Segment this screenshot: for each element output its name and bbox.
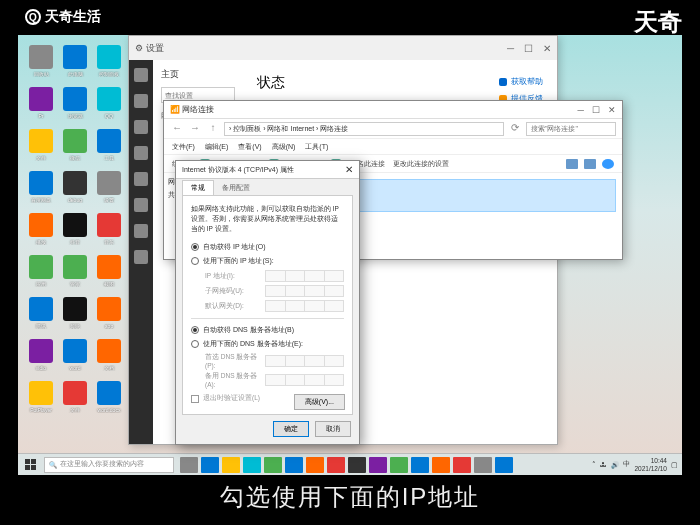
menu-item[interactable]: 文件(F)	[172, 142, 195, 152]
desktop-icon[interactable]: Pr	[26, 87, 56, 125]
rail-icon[interactable]	[134, 120, 148, 134]
desktop-icon[interactable]: 腾讯	[26, 297, 56, 335]
cancel-button[interactable]: 取消	[315, 421, 351, 437]
taskbar: 🔍 在这里输入你要搜索的内容	[18, 453, 682, 475]
taskbar-app-icon[interactable]	[327, 457, 345, 473]
close-icon[interactable]: ✕	[543, 43, 551, 54]
taskbar-app-icon[interactable]	[411, 457, 429, 473]
menu-item[interactable]: 工具(T)	[305, 142, 328, 152]
desktop-icon[interactable]: 抖音	[60, 213, 90, 251]
desktop-icon[interactable]: 控制面板	[94, 45, 124, 83]
rail-icon[interactable]	[134, 68, 148, 82]
refresh-icon[interactable]: ⟳	[508, 122, 522, 136]
ok-button[interactable]: 确定	[273, 421, 309, 437]
desktop-icon[interactable]: vidio	[26, 339, 56, 377]
rail-icon[interactable]	[134, 94, 148, 108]
desktop-icon[interactable]: 浏览器	[60, 87, 90, 125]
icon-label: 管家	[60, 281, 90, 287]
taskbar-app-icon[interactable]	[453, 457, 471, 473]
taskbar-app-icon[interactable]	[390, 457, 408, 473]
tab-alternate[interactable]: 备用配置	[214, 181, 258, 195]
taskbar-search-input[interactable]: 🔍 在这里输入你要搜索的内容	[44, 457, 174, 473]
desktop-icon[interactable]: 应用	[26, 255, 56, 293]
taskbar-app-icon[interactable]	[306, 457, 324, 473]
manual-dns-radio[interactable]: 使用下面的 DNS 服务器地址(E):	[191, 339, 344, 349]
close-icon[interactable]: ✕	[608, 105, 616, 115]
rail-icon[interactable]	[134, 250, 148, 264]
taskbar-clock[interactable]: 10:44 2021/12/10	[634, 457, 667, 473]
menu-item[interactable]: 高级(N)	[272, 142, 296, 152]
taskbar-app-icon[interactable]	[243, 457, 261, 473]
taskbar-app-icon[interactable]	[369, 457, 387, 473]
close-icon[interactable]: ✕	[345, 164, 353, 175]
taskbar-app-icon[interactable]	[495, 457, 513, 473]
gateway-label: 默认网关(D):	[205, 302, 259, 311]
svg-rect-0	[25, 459, 30, 464]
icon-label: vidio	[26, 365, 56, 371]
change-settings-button[interactable]: 更改此连接的设置	[393, 159, 449, 169]
desktop-icon[interactable]: 截图	[94, 255, 124, 293]
taskbar-app-icon[interactable]	[264, 457, 282, 473]
desktop-icon[interactable]: 播放	[26, 213, 56, 251]
desktop-icon[interactable]: debug	[60, 171, 90, 209]
desktop-icon[interactable]: 百度网盘	[26, 171, 56, 209]
desktop-icon[interactable]: 工具	[94, 129, 124, 167]
ip-address-input	[265, 270, 344, 282]
desktop-icon[interactable]: word	[60, 339, 90, 377]
taskbar-app-icon[interactable]	[285, 457, 303, 473]
desktop-icon[interactable]: QQ	[94, 87, 124, 125]
desktop-icon[interactable]: 文档	[94, 339, 124, 377]
desktop-icon[interactable]: app	[94, 297, 124, 335]
desktop-icon[interactable]: 剪映	[60, 297, 90, 335]
desktop-icon[interactable]: 文件	[60, 381, 90, 419]
minimize-icon[interactable]: ─	[578, 105, 584, 115]
help-icon[interactable]	[602, 159, 614, 169]
menu-item[interactable]: 编辑(E)	[205, 142, 228, 152]
back-icon[interactable]: ←	[170, 122, 184, 136]
app-icon	[97, 255, 121, 279]
rail-icon[interactable]	[134, 146, 148, 160]
up-icon[interactable]: ↑	[206, 122, 220, 136]
maximize-icon[interactable]: ☐	[592, 105, 600, 115]
task-view-icon[interactable]	[180, 457, 198, 473]
explorer-search-input[interactable]	[526, 122, 616, 136]
maximize-icon[interactable]: ☐	[524, 43, 533, 54]
advanced-button[interactable]: 高级(V)...	[294, 394, 345, 410]
taskbar-app-icon[interactable]	[222, 457, 240, 473]
rail-icon[interactable]	[134, 172, 148, 186]
auto-dns-radio[interactable]: 自动获得 DNS 服务器地址(B)	[191, 325, 344, 335]
desktop[interactable]: 回收站此电脑控制面板EdgePr浏览器QQ应用文件微信工具图片百度网盘debug…	[18, 35, 682, 475]
taskbar-app-icon[interactable]	[348, 457, 366, 473]
minimize-icon[interactable]: ─	[507, 43, 514, 54]
address-bar[interactable]: › 控制面板 › 网络和 Internet › 网络连接	[224, 122, 504, 136]
rail-icon[interactable]	[134, 198, 148, 212]
start-button[interactable]	[22, 457, 40, 473]
nav-home[interactable]: 主页	[161, 68, 235, 81]
tray-chevron-icon[interactable]: ˄	[592, 461, 596, 469]
view-icon[interactable]	[566, 159, 578, 169]
desktop-icon[interactable]: 设置	[94, 171, 124, 209]
tray-volume-icon[interactable]: 🔊	[611, 461, 619, 469]
manual-ip-radio[interactable]: 使用下面的 IP 地址(S):	[191, 256, 344, 266]
forward-icon[interactable]: →	[188, 122, 202, 136]
desktop-icon[interactable]: 管家	[60, 255, 90, 293]
notification-icon[interactable]: ▢	[671, 461, 678, 469]
desktop-icon[interactable]: PotPlayer	[26, 381, 56, 419]
taskbar-app-icon[interactable]	[474, 457, 492, 473]
desktop-icon[interactable]: 此电脑	[60, 45, 90, 83]
taskbar-app-icon[interactable]	[432, 457, 450, 473]
desktop-icon[interactable]: word.docx	[94, 381, 124, 419]
taskbar-app-icon[interactable]	[201, 457, 219, 473]
desktop-icon[interactable]: 回收站	[26, 45, 56, 83]
auto-ip-radio[interactable]: 自动获得 IP 地址(O)	[191, 242, 344, 252]
view-icon[interactable]	[584, 159, 596, 169]
tray-ime-icon[interactable]: 中	[623, 460, 630, 469]
tray-network-icon[interactable]: 🖧	[600, 461, 607, 468]
help-link[interactable]: 获取帮助	[499, 76, 543, 87]
tab-general[interactable]: 常规	[182, 180, 214, 195]
desktop-icon[interactable]: 文件	[26, 129, 56, 167]
menu-item[interactable]: 查看(V)	[238, 142, 261, 152]
desktop-icon[interactable]: 微信	[60, 129, 90, 167]
desktop-icon[interactable]: 音乐	[94, 213, 124, 251]
rail-icon[interactable]	[134, 224, 148, 238]
